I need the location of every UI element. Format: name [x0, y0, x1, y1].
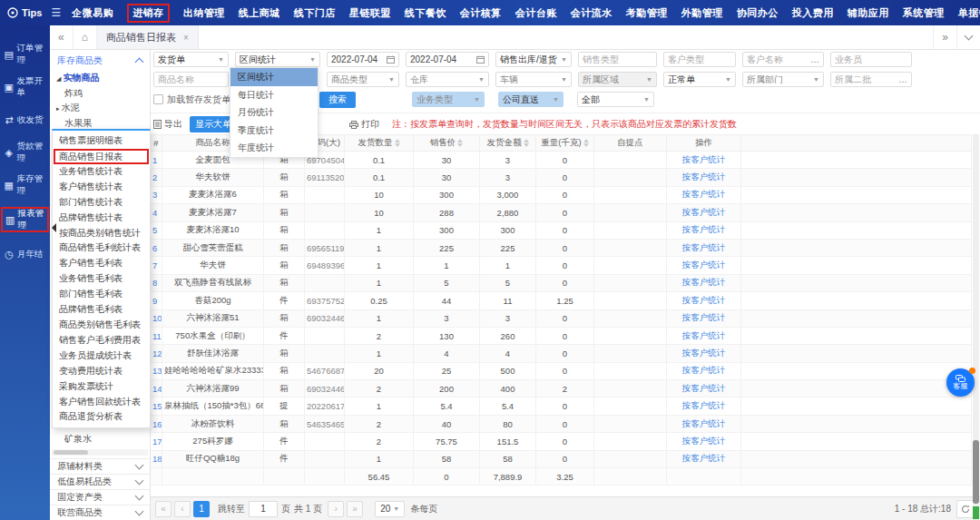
sidebar-item[interactable]: ▤订单管理 — [0, 38, 50, 71]
customer-stats-link[interactable]: 按客户统计 — [682, 172, 726, 182]
load-draft-checkbox[interactable] — [153, 94, 163, 104]
sidebar-item[interactable]: ◈货款管理 — [0, 136, 50, 169]
report-menu-item[interactable]: 业务销售毛利表 — [53, 271, 150, 287]
customer-stats-link[interactable]: 按客户统计 — [682, 436, 726, 446]
report-menu-item[interactable]: 销售票据明细表 — [53, 133, 150, 149]
home-icon[interactable]: ⌂ — [74, 25, 97, 49]
topbar-menu-item[interactable]: 会计核算 — [460, 6, 502, 20]
report-menu-item[interactable]: 客户销售回款统计表 — [53, 395, 150, 410]
customer-stats-link[interactable]: 按客户统计 — [682, 189, 726, 199]
filter-select-正常单[interactable]: 正常单▼ — [663, 72, 736, 87]
tab-close-icon[interactable]: × — [183, 33, 189, 43]
customer-stats-link[interactable]: 按客户统计 — [682, 207, 726, 217]
customer-stats-link[interactable]: 按客户统计 — [682, 330, 726, 340]
dropdown-option[interactable]: 每日统计 — [230, 86, 318, 104]
first-page-button[interactable]: « — [155, 501, 172, 517]
report-menu-item[interactable]: 商品类别销售毛利表 — [53, 318, 150, 333]
tree-section[interactable]: 低值易耗品类 — [50, 474, 150, 489]
customer-stats-link[interactable]: 按客户统计 — [682, 277, 726, 287]
filter-select-仓库[interactable]: 仓库▼ — [406, 72, 489, 87]
tree-section[interactable]: 固定资产类 — [50, 489, 150, 505]
sidebar-item[interactable]: ▣发票开单 — [0, 71, 50, 103]
sort-icon[interactable] — [457, 139, 463, 147]
report-menu-item[interactable]: 商品销售日报表 — [54, 149, 149, 164]
dropdown-option[interactable]: 季度统计 — [230, 122, 318, 140]
column-header-销售价[interactable]: 销售价 — [414, 135, 480, 152]
tree-header[interactable]: 库存商品类 — [50, 49, 150, 71]
filter-input-所属二批[interactable] — [831, 74, 898, 84]
column-header-发货数量[interactable]: 发货数量 — [345, 135, 414, 152]
customer-stats-link[interactable]: 按客户统计 — [682, 260, 726, 270]
sidebar-item[interactable]: ▦库存管理 — [0, 169, 50, 201]
scrollbar-thumb[interactable] — [973, 440, 979, 504]
date-picker[interactable]: 2022-07-04 — [406, 52, 489, 67]
dropdown-option[interactable]: 年度统计 — [230, 139, 318, 157]
date-picker[interactable]: 2022-07-04 — [327, 52, 399, 67]
topbar-menu-item[interactable]: 出纳管理 — [183, 6, 225, 20]
current-page-button[interactable]: 1 — [193, 501, 210, 517]
topbar-menu-item[interactable]: 会计流水 — [571, 6, 612, 20]
tree-collapsed-icon[interactable]: ▸ — [56, 105, 60, 112]
dropdown-option[interactable]: 区间统计 — [230, 68, 318, 86]
refresh-button[interactable] — [956, 500, 975, 518]
filter-input-业务员[interactable] — [830, 52, 912, 67]
topbar-menu-item[interactable]: 线下门店 — [294, 6, 336, 20]
report-menu-item[interactable]: 商品退货分析表 — [53, 409, 150, 425]
customer-stats-link[interactable]: 按客户统计 — [682, 400, 726, 410]
customer-stats-link[interactable]: 按客户统计 — [682, 295, 726, 305]
topbar-menu-item[interactable]: 线上商城 — [239, 6, 280, 20]
tree-item[interactable]: ◢实物商品 — [50, 71, 150, 86]
tree-horizontal-scrollbar[interactable] — [52, 449, 148, 456]
filter-input-客户名称[interactable] — [743, 54, 810, 64]
last-page-button[interactable]: » — [347, 501, 363, 517]
filter-input-销售类型[interactable] — [578, 52, 657, 67]
customer-stats-link[interactable]: 按客户统计 — [682, 348, 726, 358]
customer-service-button[interactable]: 客服 — [946, 368, 975, 397]
filter-select-业务类型[interactable]: 业务类型▼ — [412, 92, 485, 107]
export-button[interactable]: 导出 — [153, 118, 182, 131]
report-menu-item[interactable]: 业务员提成统计表 — [53, 348, 150, 364]
hamburger-menu-icon[interactable]: ☰ — [51, 6, 61, 19]
topbar-menu-item[interactable]: 企微易购 — [72, 6, 113, 20]
sidebar-item[interactable]: ◷月年结 — [0, 238, 50, 270]
tree-item[interactable]: ▸水泥 — [50, 101, 150, 116]
column-header-重量(千克)[interactable]: 重量(千克) — [536, 135, 594, 152]
scrollbar-thumb[interactable] — [54, 450, 88, 455]
topbar-menu-item[interactable]: 系统管理 — [903, 6, 945, 20]
topbar-menu-item[interactable]: 协同办公 — [737, 6, 779, 20]
filter-select-公司直送[interactable]: 公司直送▼ — [498, 92, 564, 107]
topbar-menu-item[interactable]: 进销存 — [127, 4, 170, 23]
customer-stats-link[interactable]: 按客户统计 — [682, 453, 726, 463]
page-size-select[interactable]: 20 ▼ — [375, 501, 405, 517]
topbar-menu-item[interactable]: 考勤管理 — [626, 6, 668, 20]
tree-expanded-icon[interactable]: ◢ — [56, 75, 61, 82]
report-menu-item[interactable]: 客户销售毛利表 — [53, 256, 150, 271]
print-button[interactable]: 打印 — [349, 118, 379, 131]
report-menu-item[interactable]: 部门销售统计表 — [53, 195, 150, 211]
report-menu-item[interactable]: 按商品类别销售统计 — [53, 226, 150, 241]
report-menu-item[interactable]: 业务销售统计表 — [53, 164, 150, 180]
collapse-panel-icon[interactable]: « — [50, 25, 74, 49]
tab-product-sales-daily-report[interactable]: 商品销售日报表 × — [97, 25, 199, 49]
topbar-menu-item[interactable]: 辅助应用 — [848, 6, 889, 20]
report-menu-item[interactable]: 采购发票统计 — [53, 379, 150, 395]
customer-stats-link[interactable]: 按客户统计 — [682, 383, 726, 393]
report-menu-item[interactable]: 变动费用统计表 — [53, 364, 150, 379]
more-options-icon[interactable]: … — [898, 74, 908, 84]
sort-icon[interactable] — [583, 139, 589, 147]
topbar-menu-item[interactable]: 线下餐饮 — [405, 6, 446, 20]
topbar-menu-item[interactable]: 外勤管理 — [681, 6, 723, 20]
tree-section[interactable]: 原辅材料类 — [50, 458, 150, 474]
search-button[interactable]: 搜索 — [319, 92, 356, 108]
sidebar-item[interactable]: ⇄收发货 — [0, 103, 50, 136]
filter-select-销售出库/退货[interactable]: 销售出库/退货▼ — [495, 52, 572, 67]
next-page-button[interactable]: › — [328, 501, 344, 517]
prev-page-button[interactable]: ‹ — [174, 501, 191, 517]
filter-select-区间统计[interactable]: 区间统计▼ — [235, 52, 320, 67]
sort-icon[interactable] — [524, 139, 529, 147]
report-menu-item[interactable]: 品牌销售毛利表 — [53, 302, 150, 318]
filter-select-所属区域[interactable]: 所属区域▼ — [578, 72, 657, 87]
dropdown-option[interactable]: 月份统计 — [230, 103, 318, 122]
topbar-menu-item[interactable]: 单据中心 — [958, 6, 980, 20]
tree-item[interactable]: 炸鸡 — [50, 86, 150, 101]
